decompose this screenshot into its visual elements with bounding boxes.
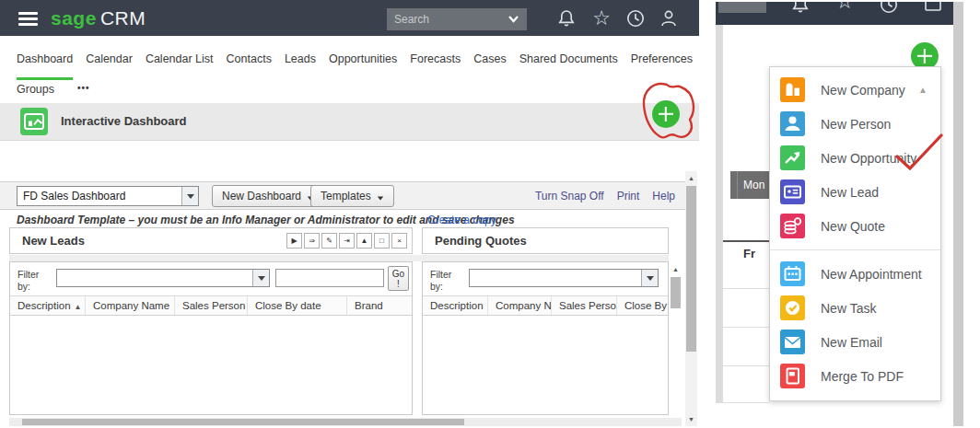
task-check-icon bbox=[780, 295, 805, 320]
page-title: Interactive Dashboard bbox=[61, 114, 187, 128]
filter-by-label: Filter by: bbox=[430, 269, 460, 292]
interactive-dashboard-icon bbox=[20, 108, 48, 135]
dashboard-horizontal-scrollbar[interactable] bbox=[9, 418, 682, 426]
company-icon bbox=[780, 77, 805, 102]
notifications-bell-icon[interactable] bbox=[789, 2, 811, 16]
calendar-day-header[interactable]: Mon bbox=[730, 171, 769, 199]
help-link[interactable]: Help bbox=[652, 190, 675, 202]
search-placeholder: Search bbox=[394, 13, 508, 26]
widget-dock-icon[interactable]: ⇥ bbox=[339, 233, 355, 249]
chevron-down-icon[interactable] bbox=[252, 270, 269, 286]
calendar-grid-line bbox=[716, 402, 769, 403]
widget-export-icon[interactable]: ⇒ bbox=[304, 233, 320, 249]
recent-clock-icon[interactable] bbox=[878, 2, 900, 16]
filter-select[interactable] bbox=[56, 269, 270, 287]
menu-item-new-person[interactable]: New Person bbox=[770, 107, 940, 141]
tab-preferences[interactable]: Preferences bbox=[631, 52, 693, 80]
create-a-copy-link[interactable]: Create a copy bbox=[427, 214, 496, 226]
pdf-document-icon bbox=[780, 364, 805, 388]
menu-hamburger-icon[interactable] bbox=[18, 12, 38, 26]
menu-item-label: New Task bbox=[821, 301, 876, 316]
pending-quotes-scrollbar[interactable]: ▲ bbox=[670, 263, 682, 318]
menu-item-new-quote[interactable]: New Quote bbox=[770, 209, 940, 243]
widget-close-icon[interactable]: × bbox=[391, 233, 407, 249]
col-company-name[interactable]: Company Na... bbox=[488, 296, 552, 315]
appointment-calendar-icon bbox=[780, 261, 805, 286]
template-note-row: Dashboard Template – you must be an Info… bbox=[0, 211, 685, 228]
tab-groups[interactable]: Groups bbox=[17, 83, 54, 96]
logo-crm-text: CRM bbox=[100, 7, 146, 29]
person-icon bbox=[780, 111, 805, 136]
menu-item-label: New Email bbox=[821, 335, 882, 350]
panel-edge-strip bbox=[716, 25, 723, 402]
profile-person-icon[interactable] bbox=[658, 7, 680, 29]
tab-calendar[interactable]: Calendar bbox=[86, 52, 133, 80]
tab-opportunities[interactable]: Opportunities bbox=[329, 52, 397, 80]
tab-forecasts[interactable]: Forecasts bbox=[410, 52, 461, 80]
turn-snap-off-link[interactable]: Turn Snap Off bbox=[535, 190, 604, 202]
widget-run-icon[interactable]: ▶ bbox=[286, 233, 302, 249]
filter-select[interactable] bbox=[469, 269, 659, 287]
col-sales-person[interactable]: Sales Person bbox=[552, 296, 617, 315]
menu-item-new-appointment[interactable]: New Appointment bbox=[770, 257, 940, 291]
menu-item-label: Merge To PDF bbox=[821, 369, 904, 384]
logo-sage-text: sage bbox=[51, 7, 97, 29]
col-sales-person[interactable]: Sales Person bbox=[175, 296, 248, 315]
menu-item-label: New Company bbox=[821, 83, 905, 98]
widget-edit-icon[interactable]: ✎ bbox=[321, 233, 337, 249]
tab-contacts[interactable]: Contacts bbox=[227, 52, 272, 80]
col-description[interactable]: Description bbox=[423, 296, 488, 315]
new-dashboard-button[interactable]: New Dashboard bbox=[212, 185, 324, 207]
search-input[interactable]: Search bbox=[387, 8, 527, 30]
tab-leads[interactable]: Leads bbox=[285, 52, 316, 80]
tab-dashboard[interactable]: Dashboard bbox=[17, 52, 73, 80]
calendar-day-label: Mon bbox=[743, 179, 764, 191]
widget-title: Pending Quotes bbox=[435, 234, 527, 248]
col-close-by-date[interactable]: Close By d: bbox=[617, 296, 668, 315]
recent-clock-icon[interactable] bbox=[624, 7, 647, 29]
col-company-name[interactable]: Company Name bbox=[86, 296, 175, 315]
pending-quotes-widget-body: Filter by: Description Company Na... Sal… bbox=[422, 261, 669, 415]
col-description[interactable]: Description▲ bbox=[10, 296, 86, 315]
menu-item-label: New Appointment bbox=[821, 267, 922, 282]
menu-item-label: New Lead bbox=[821, 185, 879, 200]
dashboard-vertical-scrollbar[interactable]: ▲ ▼ bbox=[685, 171, 697, 426]
menu-item-merge-to-pdf[interactable]: Merge To PDF bbox=[770, 359, 940, 393]
tab-cases[interactable]: Cases bbox=[473, 52, 506, 80]
widget-collapse-icon[interactable]: ▲ bbox=[356, 233, 372, 249]
chevron-down-icon[interactable] bbox=[508, 15, 519, 24]
filter-value-input[interactable] bbox=[275, 269, 384, 287]
browser-scrollbar[interactable] bbox=[953, 2, 963, 426]
pending-quotes-widget-header: Pending Quotes bbox=[422, 227, 669, 254]
menu-item-new-lead[interactable]: New Lead bbox=[770, 175, 940, 209]
chevron-down-icon[interactable] bbox=[641, 270, 658, 286]
top-app-bar-fragment: ☆ bbox=[716, 2, 953, 25]
notifications-bell-icon[interactable] bbox=[555, 7, 578, 29]
favorites-star-icon[interactable]: ☆ bbox=[590, 7, 612, 29]
profile-panel-icon[interactable] bbox=[922, 2, 944, 16]
menu-item-new-email[interactable]: New Email bbox=[770, 325, 940, 359]
tab-shared-documents[interactable]: Shared Documents bbox=[519, 52, 618, 80]
menu-item-new-company[interactable]: New Company ▲ bbox=[770, 73, 940, 107]
widget-maximize-icon[interactable]: □ bbox=[374, 233, 390, 249]
print-link[interactable]: Print bbox=[617, 190, 640, 202]
more-tabs-icon[interactable]: ••• bbox=[77, 83, 90, 93]
col-close-by-date[interactable]: Close By date bbox=[248, 296, 347, 315]
go-button[interactable]: Go ! bbox=[388, 266, 409, 291]
menu-item-new-task[interactable]: New Task bbox=[770, 291, 940, 325]
menu-item-new-opportunity[interactable]: New Opportunity bbox=[770, 141, 940, 175]
new-record-plus-button[interactable] bbox=[652, 100, 680, 128]
menu-item-label: New Opportunity bbox=[821, 151, 916, 166]
calendar-grid-line bbox=[716, 327, 769, 328]
favorites-star-icon[interactable]: ☆ bbox=[834, 2, 856, 13]
chevron-down-icon[interactable] bbox=[181, 187, 198, 205]
dashboard-select-value: FD Sales Dashboard bbox=[18, 190, 181, 202]
tab-calendar-list[interactable]: Calendar List bbox=[146, 52, 214, 80]
col-brand[interactable]: Brand bbox=[347, 296, 412, 315]
chevron-up-icon[interactable]: ▲ bbox=[918, 85, 928, 95]
dashboard-select[interactable]: FD Sales Dashboard bbox=[17, 186, 199, 206]
dashboard-toolbar: FD Sales Dashboard New Dashboard Templat… bbox=[0, 181, 685, 210]
crm-window: sageCRM Search ☆ Dashboard Calendar Cale… bbox=[0, 0, 699, 428]
sage-crm-logo: sageCRM bbox=[51, 7, 146, 29]
new-leads-widget-body: Filter by: Go ! Description▲ Company Nam… bbox=[9, 261, 413, 415]
